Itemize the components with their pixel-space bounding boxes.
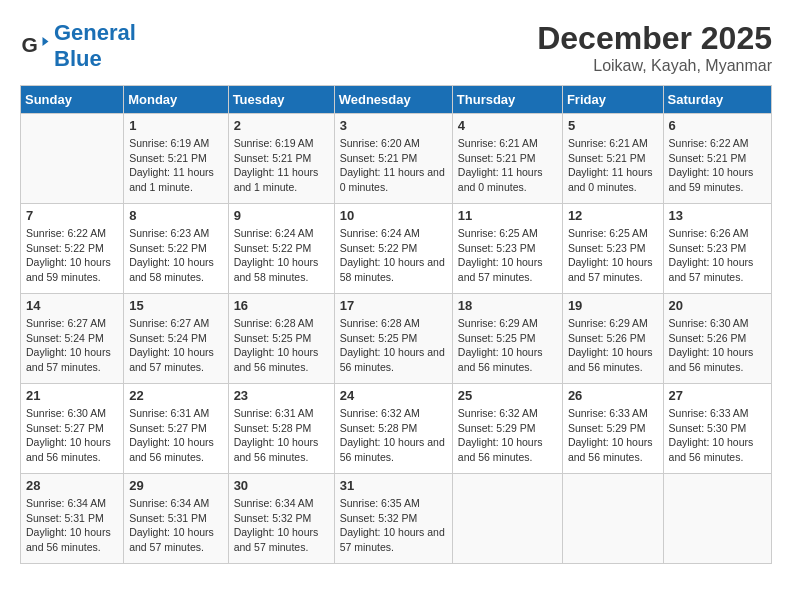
day-info: Sunrise: 6:19 AMSunset: 5:21 PMDaylight:… <box>129 136 222 195</box>
calendar-cell: 16Sunrise: 6:28 AMSunset: 5:25 PMDayligh… <box>228 294 334 384</box>
day-info: Sunrise: 6:22 AMSunset: 5:22 PMDaylight:… <box>26 226 118 285</box>
svg-marker-1 <box>43 37 49 46</box>
day-info: Sunrise: 6:33 AMSunset: 5:30 PMDaylight:… <box>669 406 766 465</box>
calendar-cell: 25Sunrise: 6:32 AMSunset: 5:29 PMDayligh… <box>452 384 562 474</box>
day-info: Sunrise: 6:29 AMSunset: 5:25 PMDaylight:… <box>458 316 557 375</box>
calendar-cell: 7Sunrise: 6:22 AMSunset: 5:22 PMDaylight… <box>21 204 124 294</box>
day-info: Sunrise: 6:32 AMSunset: 5:28 PMDaylight:… <box>340 406 447 465</box>
day-number: 3 <box>340 118 447 133</box>
calendar-cell: 21Sunrise: 6:30 AMSunset: 5:27 PMDayligh… <box>21 384 124 474</box>
location: Loikaw, Kayah, Myanmar <box>537 57 772 75</box>
day-number: 8 <box>129 208 222 223</box>
calendar-header-row: SundayMondayTuesdayWednesdayThursdayFrid… <box>21 86 772 114</box>
day-info: Sunrise: 6:32 AMSunset: 5:29 PMDaylight:… <box>458 406 557 465</box>
calendar-cell: 2Sunrise: 6:19 AMSunset: 5:21 PMDaylight… <box>228 114 334 204</box>
svg-text:G: G <box>22 33 38 56</box>
calendar-week-3: 14Sunrise: 6:27 AMSunset: 5:24 PMDayligh… <box>21 294 772 384</box>
calendar-cell: 31Sunrise: 6:35 AMSunset: 5:32 PMDayligh… <box>334 474 452 564</box>
logo: G General Blue <box>20 20 136 73</box>
day-info: Sunrise: 6:28 AMSunset: 5:25 PMDaylight:… <box>234 316 329 375</box>
day-number: 20 <box>669 298 766 313</box>
logo-text: General Blue <box>54 20 136 73</box>
calendar-cell: 19Sunrise: 6:29 AMSunset: 5:26 PMDayligh… <box>562 294 663 384</box>
day-number: 6 <box>669 118 766 133</box>
day-number: 12 <box>568 208 658 223</box>
calendar-cell: 12Sunrise: 6:25 AMSunset: 5:23 PMDayligh… <box>562 204 663 294</box>
day-info: Sunrise: 6:34 AMSunset: 5:32 PMDaylight:… <box>234 496 329 555</box>
logo-line1: General <box>54 20 136 45</box>
day-number: 1 <box>129 118 222 133</box>
day-number: 11 <box>458 208 557 223</box>
day-number: 31 <box>340 478 447 493</box>
calendar-week-2: 7Sunrise: 6:22 AMSunset: 5:22 PMDaylight… <box>21 204 772 294</box>
day-number: 21 <box>26 388 118 403</box>
day-info: Sunrise: 6:28 AMSunset: 5:25 PMDaylight:… <box>340 316 447 375</box>
day-number: 17 <box>340 298 447 313</box>
day-number: 5 <box>568 118 658 133</box>
day-number: 24 <box>340 388 447 403</box>
day-info: Sunrise: 6:22 AMSunset: 5:21 PMDaylight:… <box>669 136 766 195</box>
day-info: Sunrise: 6:21 AMSunset: 5:21 PMDaylight:… <box>458 136 557 195</box>
calendar-cell: 6Sunrise: 6:22 AMSunset: 5:21 PMDaylight… <box>663 114 771 204</box>
day-info: Sunrise: 6:20 AMSunset: 5:21 PMDaylight:… <box>340 136 447 195</box>
day-info: Sunrise: 6:25 AMSunset: 5:23 PMDaylight:… <box>458 226 557 285</box>
calendar-cell: 5Sunrise: 6:21 AMSunset: 5:21 PMDaylight… <box>562 114 663 204</box>
calendar-cell: 20Sunrise: 6:30 AMSunset: 5:26 PMDayligh… <box>663 294 771 384</box>
header-thursday: Thursday <box>452 86 562 114</box>
day-info: Sunrise: 6:35 AMSunset: 5:32 PMDaylight:… <box>340 496 447 555</box>
calendar-cell <box>562 474 663 564</box>
calendar-cell: 8Sunrise: 6:23 AMSunset: 5:22 PMDaylight… <box>124 204 228 294</box>
day-number: 2 <box>234 118 329 133</box>
calendar-cell: 22Sunrise: 6:31 AMSunset: 5:27 PMDayligh… <box>124 384 228 474</box>
day-number: 25 <box>458 388 557 403</box>
day-info: Sunrise: 6:30 AMSunset: 5:26 PMDaylight:… <box>669 316 766 375</box>
calendar-cell: 28Sunrise: 6:34 AMSunset: 5:31 PMDayligh… <box>21 474 124 564</box>
calendar-week-4: 21Sunrise: 6:30 AMSunset: 5:27 PMDayligh… <box>21 384 772 474</box>
day-number: 16 <box>234 298 329 313</box>
calendar-cell: 30Sunrise: 6:34 AMSunset: 5:32 PMDayligh… <box>228 474 334 564</box>
logo-icon: G <box>20 31 50 61</box>
month-title: December 2025 <box>537 20 772 57</box>
calendar-cell: 4Sunrise: 6:21 AMSunset: 5:21 PMDaylight… <box>452 114 562 204</box>
day-info: Sunrise: 6:27 AMSunset: 5:24 PMDaylight:… <box>129 316 222 375</box>
day-number: 23 <box>234 388 329 403</box>
title-block: December 2025 Loikaw, Kayah, Myanmar <box>537 20 772 75</box>
calendar-cell: 27Sunrise: 6:33 AMSunset: 5:30 PMDayligh… <box>663 384 771 474</box>
day-info: Sunrise: 6:29 AMSunset: 5:26 PMDaylight:… <box>568 316 658 375</box>
day-info: Sunrise: 6:31 AMSunset: 5:27 PMDaylight:… <box>129 406 222 465</box>
calendar-cell <box>452 474 562 564</box>
calendar-cell <box>21 114 124 204</box>
calendar-cell: 11Sunrise: 6:25 AMSunset: 5:23 PMDayligh… <box>452 204 562 294</box>
header-tuesday: Tuesday <box>228 86 334 114</box>
calendar-cell: 18Sunrise: 6:29 AMSunset: 5:25 PMDayligh… <box>452 294 562 384</box>
day-info: Sunrise: 6:34 AMSunset: 5:31 PMDaylight:… <box>129 496 222 555</box>
calendar-cell: 10Sunrise: 6:24 AMSunset: 5:22 PMDayligh… <box>334 204 452 294</box>
calendar-cell: 24Sunrise: 6:32 AMSunset: 5:28 PMDayligh… <box>334 384 452 474</box>
day-info: Sunrise: 6:27 AMSunset: 5:24 PMDaylight:… <box>26 316 118 375</box>
header-sunday: Sunday <box>21 86 124 114</box>
header-wednesday: Wednesday <box>334 86 452 114</box>
header-friday: Friday <box>562 86 663 114</box>
page-header: G General Blue December 2025 Loikaw, Kay… <box>20 20 772 75</box>
day-info: Sunrise: 6:26 AMSunset: 5:23 PMDaylight:… <box>669 226 766 285</box>
day-info: Sunrise: 6:23 AMSunset: 5:22 PMDaylight:… <box>129 226 222 285</box>
calendar-cell: 3Sunrise: 6:20 AMSunset: 5:21 PMDaylight… <box>334 114 452 204</box>
day-info: Sunrise: 6:34 AMSunset: 5:31 PMDaylight:… <box>26 496 118 555</box>
day-number: 28 <box>26 478 118 493</box>
day-number: 9 <box>234 208 329 223</box>
day-number: 7 <box>26 208 118 223</box>
day-info: Sunrise: 6:24 AMSunset: 5:22 PMDaylight:… <box>340 226 447 285</box>
calendar-cell: 1Sunrise: 6:19 AMSunset: 5:21 PMDaylight… <box>124 114 228 204</box>
calendar-week-5: 28Sunrise: 6:34 AMSunset: 5:31 PMDayligh… <box>21 474 772 564</box>
day-number: 29 <box>129 478 222 493</box>
calendar-cell <box>663 474 771 564</box>
header-saturday: Saturday <box>663 86 771 114</box>
day-info: Sunrise: 6:19 AMSunset: 5:21 PMDaylight:… <box>234 136 329 195</box>
day-info: Sunrise: 6:30 AMSunset: 5:27 PMDaylight:… <box>26 406 118 465</box>
calendar-week-1: 1Sunrise: 6:19 AMSunset: 5:21 PMDaylight… <box>21 114 772 204</box>
day-number: 27 <box>669 388 766 403</box>
day-number: 10 <box>340 208 447 223</box>
day-number: 15 <box>129 298 222 313</box>
day-number: 4 <box>458 118 557 133</box>
calendar-cell: 29Sunrise: 6:34 AMSunset: 5:31 PMDayligh… <box>124 474 228 564</box>
